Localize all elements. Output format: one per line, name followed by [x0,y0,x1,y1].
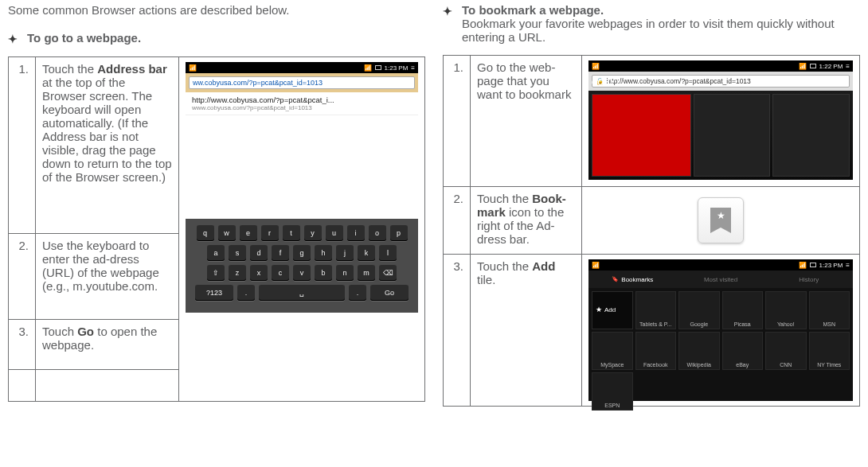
add-bookmark-tile[interactable]: Add [592,291,633,329]
step-text: Touch the Add tile. [471,255,582,407]
key[interactable]: a [207,245,225,261]
bookmark-button[interactable] [698,197,744,243]
intro-text: Some common Browser actions are describe… [8,3,425,17]
bookmark-screenshot-3: 📶 📶 1:23 PM ≡ 🔖Bookmarks Most visited [582,255,860,407]
go-key[interactable]: Go [370,285,409,301]
step-number: 3. [9,320,36,370]
wifi-icon: 📶 [364,64,372,72]
key[interactable]: u [326,225,343,241]
key[interactable]: d [250,245,268,261]
status-time: 1:22 PM [819,63,843,70]
tab-history[interactable]: History [764,276,853,283]
bookmark-tile[interactable]: CNN [765,332,807,370]
signal-icon: 📶 [592,63,600,70]
key[interactable]: q [197,225,214,241]
key[interactable]: y [304,225,322,241]
right-subtext: Bookmark your favorite webpages in order… [462,17,860,44]
key[interactable]: n [336,265,354,281]
key[interactable]: l [379,245,397,261]
key[interactable]: g [293,245,311,261]
step-text: Touch the Book-mark icon to the right of… [471,187,582,255]
url-suggestion[interactable]: http://www.cobyusa.com/?p=pcat&pcat_i...… [186,92,418,115]
backspace-key[interactable]: ⌫ [379,265,397,281]
right-heading: ✦ To bookmark a webpage. Bookmark your f… [443,3,860,44]
tab-bookmarks[interactable]: 🔖Bookmarks [588,276,677,283]
signal-icon: 📶 [592,262,600,269]
browser-keyboard-screenshot: 📶 📶 1:23 PM ≡ ww.cobyusa.com/?p=pcat&pca… [186,62,418,396]
diamond-icon: ✦ [443,3,452,18]
product-thumb[interactable] [772,94,850,177]
key[interactable]: h [315,245,332,261]
step-number: 3. [444,255,471,407]
step-text: Go to the web-page that you want to book… [471,56,582,187]
battery-icon [375,65,381,70]
bookmark-tile[interactable]: Yahoo! [765,291,807,329]
address-input[interactable]: ww.cobyusa.com/?p=pcat&pcat_id=1013 [189,76,415,89]
key[interactable]: s [229,245,246,261]
signal-icon: 📶 [189,64,197,72]
symbols-key[interactable]: ?123 [195,285,233,301]
status-bar: 📶 📶 1:23 PM ≡ [186,62,418,73]
key[interactable]: w [218,225,236,241]
status-bar: 📶 📶 1:23 PM ≡ [588,259,853,270]
right-steps-table: 1. Go to the web-page that you want to b… [443,55,860,407]
key[interactable]: z [229,265,246,281]
step-text: Touch the Address bar at the top of the … [36,57,179,234]
bookmark-tile[interactable]: ESPN [592,372,633,411]
webpage-screenshot: 📶 📶 1:22 PM ≡ 🔒 http://www.cobyusa.com/?… [588,60,853,181]
diamond-icon: ✦ [8,31,18,45]
bookmark-tile[interactable]: NY Times [809,332,850,370]
left-heading-text: To go to a webpage. [27,31,425,45]
key[interactable]: c [272,265,289,281]
bookmarks-grid-screenshot: 📶 📶 1:23 PM ≡ 🔖Bookmarks Most visited [588,259,853,401]
step-number: 1. [444,56,471,187]
key[interactable]: e [240,225,257,241]
key[interactable]: r [261,225,279,241]
shift-key[interactable]: ⇧ [207,265,225,281]
key[interactable]: . [237,285,255,301]
bookmark-icon: 🔖 [612,276,619,282]
product-thumb[interactable] [592,94,691,177]
battery-icon [810,64,816,68]
bookmark-tile[interactable]: MySpace [592,332,633,370]
bookmark-tile[interactable]: MSN [809,291,850,329]
bookmark-tabs: 🔖Bookmarks Most visited History [588,270,853,288]
step-number: 2. [9,233,36,319]
key[interactable]: o [369,225,386,241]
key[interactable]: f [272,245,289,261]
key[interactable]: v [293,265,311,281]
key[interactable]: m [358,265,375,281]
step-text: Touch Go to open the webpage. [36,320,179,370]
status-time: 1:23 PM [385,64,409,72]
url-input[interactable]: 🔒 http://www.cobyusa.com/?p=pcat&pcat_id… [592,75,850,88]
key[interactable]: k [358,245,375,261]
key[interactable]: x [250,265,268,281]
status-time: 1:23 PM [819,262,843,269]
key[interactable]: t [283,225,300,241]
key[interactable]: p [390,225,408,241]
wifi-icon: 📶 [799,262,807,269]
space-key[interactable]: ␣ [259,285,345,301]
key[interactable]: i [347,225,365,241]
key[interactable]: . [349,285,366,301]
product-thumb[interactable] [694,94,771,177]
left-column: Some common Browser actions are describe… [8,3,425,407]
key[interactable]: b [315,265,332,281]
page: Some common Browser actions are describe… [8,3,860,407]
bookmarks-grid: Add Tablets & P... Google Picasa Yahoo! … [588,288,853,414]
bookmark-icon-cell [582,187,860,255]
bookmark-tile[interactable]: Tablets & P... [635,291,677,329]
status-bar: 📶 📶 1:22 PM ≡ [588,60,853,72]
on-screen-keyboard: q w e r t y u i o p [186,219,418,313]
left-steps-table: 1. Touch the Address bar at the top of t… [8,56,425,402]
right-column: ✦ To bookmark a webpage. Bookmark your f… [443,3,860,407]
bookmark-tile[interactable]: Google [678,291,720,329]
bookmark-tile[interactable]: Wikipedia [678,332,720,370]
key[interactable]: j [336,245,354,261]
page-content [588,91,853,180]
tab-most-visited[interactable]: Most visited [677,276,765,283]
bookmark-tile[interactable]: Picasa [722,291,764,329]
brand-logo: COBY [592,78,615,87]
bookmark-tile[interactable]: Facebook [635,332,677,370]
bookmark-tile[interactable]: eBay [722,332,764,370]
